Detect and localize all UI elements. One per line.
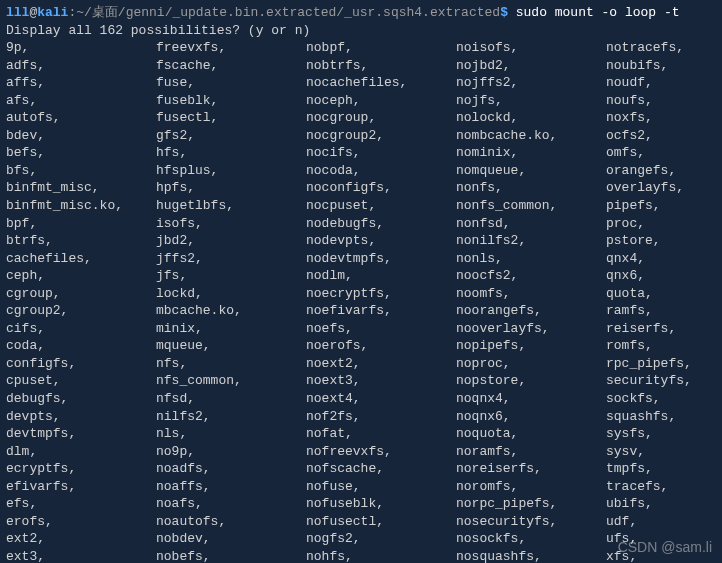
fs-option: noautofs, <box>156 513 306 531</box>
fs-option: noqnx6, <box>456 408 606 426</box>
fs-option: ecryptfs, <box>6 460 156 478</box>
fs-option: gfs2, <box>156 127 306 145</box>
fs-option: coda, <box>6 337 156 355</box>
fs-option: nilfs2, <box>156 408 306 426</box>
fs-option: ceph, <box>6 267 156 285</box>
fs-option: ext3, <box>6 548 156 563</box>
fs-option: noadfs, <box>156 460 306 478</box>
fs-option: nogfs2, <box>306 530 456 548</box>
fs-option: no9p, <box>156 443 306 461</box>
fs-option: jfs, <box>156 267 306 285</box>
fs-option: qnx6, <box>606 267 716 285</box>
fs-option: qnx4, <box>606 250 716 268</box>
fs-option: nocachefiles, <box>306 74 456 92</box>
prompt-question[interactable]: Display all 162 possibilities? (y or n) <box>6 22 716 40</box>
fs-option: erofs, <box>6 513 156 531</box>
fs-option: ramfs, <box>606 302 716 320</box>
fs-option: binfmt_misc.ko, <box>6 197 156 215</box>
fs-option: nocgroup, <box>306 109 456 127</box>
fs-option: ubifs, <box>606 495 716 513</box>
fs-option: nojbd2, <box>456 57 606 75</box>
fs-option: efs, <box>6 495 156 513</box>
fs-option: nonls, <box>456 250 606 268</box>
fs-option: noext2, <box>306 355 456 373</box>
shell-prompt: lll@kali:~/桌面/genni/_update.bin.extracte… <box>6 4 716 22</box>
fs-option: bdev, <box>6 127 156 145</box>
fs-option: nobdev, <box>156 530 306 548</box>
fs-option: nobtrfs, <box>306 57 456 75</box>
fs-option: fuseblk, <box>156 92 306 110</box>
fs-option: cgroup, <box>6 285 156 303</box>
fs-option: noefivarfs, <box>306 302 456 320</box>
fs-option: romfs, <box>606 337 716 355</box>
fs-option: mqueue, <box>156 337 306 355</box>
fs-option: norpc_pipefs, <box>456 495 606 513</box>
fs-option: nfs_common, <box>156 372 306 390</box>
fs-option: cgroup2, <box>6 302 156 320</box>
fs-option: noquota, <box>456 425 606 443</box>
fs-option: fuse, <box>156 74 306 92</box>
fs-option: pipefs, <box>606 197 716 215</box>
fs-option: autofs, <box>6 109 156 127</box>
fs-option: isofs, <box>156 215 306 233</box>
fs-option: nfs, <box>156 355 306 373</box>
fs-option: nofat, <box>306 425 456 443</box>
fs-option: noudf, <box>606 74 716 92</box>
fs-option: nopipefs, <box>456 337 606 355</box>
fs-option: jbd2, <box>156 232 306 250</box>
fs-option: nls, <box>156 425 306 443</box>
fs-option: cachefiles, <box>6 250 156 268</box>
fs-option: nosockfs, <box>456 530 606 548</box>
fs-option: fscache, <box>156 57 306 75</box>
fs-option: cifs, <box>6 320 156 338</box>
fs-option: befs, <box>6 144 156 162</box>
fs-option: noorangefs, <box>456 302 606 320</box>
fs-option: proc, <box>606 215 716 233</box>
fs-option: nof2fs, <box>306 408 456 426</box>
fs-option: noecryptfs, <box>306 285 456 303</box>
fs-option: noaffs, <box>156 478 306 496</box>
fs-option: hfs, <box>156 144 306 162</box>
fs-option: bfs, <box>6 162 156 180</box>
fs-option: lockd, <box>156 285 306 303</box>
fs-option: noceph, <box>306 92 456 110</box>
fs-option: noext3, <box>306 372 456 390</box>
fs-option: noomfs, <box>456 285 606 303</box>
fs-option: noafs, <box>156 495 306 513</box>
fs-option: adfs, <box>6 57 156 75</box>
prompt-user: lll <box>6 5 29 20</box>
fs-option: tracefs, <box>606 478 716 496</box>
command-input[interactable]: sudo mount -o loop -t <box>516 5 680 20</box>
fs-option: nocoda, <box>306 162 456 180</box>
fs-option: devpts, <box>6 408 156 426</box>
fs-option: bpf, <box>6 215 156 233</box>
filesystem-completion-list: 9p,freevxfs,nobpf,noisofs,notracefs,adfs… <box>6 39 716 563</box>
fs-option: nofuse, <box>306 478 456 496</box>
fs-option: sysfs, <box>606 425 716 443</box>
fs-option: noproc, <box>456 355 606 373</box>
fs-option: nocpuset, <box>306 197 456 215</box>
fs-option: rpc_pipefs, <box>606 355 716 373</box>
fs-option: configfs, <box>6 355 156 373</box>
fs-option: nofuseblk, <box>306 495 456 513</box>
fs-option: noerofs, <box>306 337 456 355</box>
fs-option: nooverlayfs, <box>456 320 606 338</box>
fs-option: binfmt_misc, <box>6 179 156 197</box>
fs-option: mbcache.ko, <box>156 302 306 320</box>
fs-option: nosquashfs, <box>456 548 606 563</box>
fs-option: notracefs, <box>606 39 716 57</box>
watermark: CSDN @sam.li <box>618 538 712 557</box>
fs-option: nonfs_common, <box>456 197 606 215</box>
fs-option: hugetlbfs, <box>156 197 306 215</box>
fs-option: nocgroup2, <box>306 127 456 145</box>
fs-option: udf, <box>606 513 716 531</box>
fs-option: nocifs, <box>306 144 456 162</box>
fs-option: nosecurityfs, <box>456 513 606 531</box>
fs-option: nolockd, <box>456 109 606 127</box>
fs-option: minix, <box>156 320 306 338</box>
fs-option: orangefs, <box>606 162 716 180</box>
fs-option: nofscache, <box>306 460 456 478</box>
fs-option: securityfs, <box>606 372 716 390</box>
fs-option: noreiserfs, <box>456 460 606 478</box>
fs-option: noqnx4, <box>456 390 606 408</box>
